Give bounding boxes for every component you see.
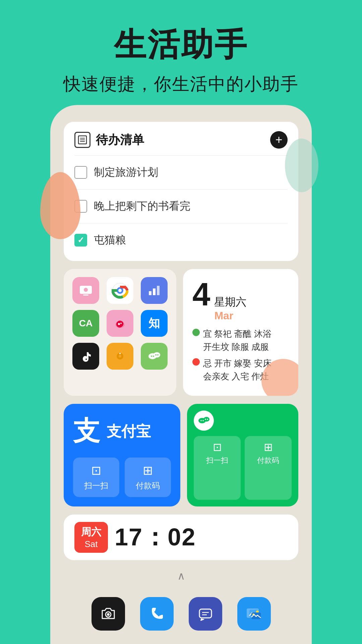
- app-icon-tv[interactable]: [72, 277, 99, 304]
- svg-point-32: [207, 419, 208, 420]
- svg-point-19: [119, 355, 121, 358]
- app-icon-chrome[interactable]: [107, 277, 133, 304]
- svg-rect-6: [83, 294, 88, 296]
- wechat-circle-icon: [194, 411, 214, 431]
- todo-header: 待办清单 +: [74, 131, 288, 149]
- todo-item-3: ✓ 屯猫粮: [74, 229, 288, 252]
- cal-good-label: 宜: [203, 329, 212, 339]
- wechat-scan-label: 扫一扫: [206, 455, 228, 466]
- clock-widget: 周六 Sat 17：02: [64, 515, 298, 560]
- alipay-top: 支 支付宝: [73, 413, 171, 449]
- svg-rect-35: [199, 609, 212, 618]
- alipay-scan-label: 扫一扫: [84, 480, 108, 491]
- alipay-widget: 支 支付宝 ⊡ 扫一扫 ⊞ 付款码: [64, 404, 180, 506]
- add-todo-button[interactable]: +: [270, 131, 288, 149]
- calendar-widget: 4 星期六 Mar 宜 祭祀 斋醮 沐浴 开生坟 除服 成服: [183, 269, 298, 396]
- svg-point-25: [155, 354, 157, 356]
- app-icon-tiktok[interactable]: [72, 343, 99, 370]
- payment-row: 支 支付宝 ⊡ 扫一扫 ⊞ 付款码: [64, 404, 298, 506]
- todo-item-1: 制定旅游计划: [74, 161, 288, 184]
- checkbox-1[interactable]: [74, 166, 87, 179]
- app-title: 生活助手: [0, 27, 362, 62]
- divider-1: [74, 155, 288, 156]
- app-subtitle: 快速便捷，你生活中的小助手: [0, 72, 362, 96]
- cal-good-items: 宜 祭祀 斋醮 沐浴 开生坟 除服 成服: [203, 327, 272, 354]
- todo-widget: 待办清单 + 制定旅游计划 晚上把剩下的书看完 ✓ 屯猫粮: [64, 122, 298, 261]
- svg-point-28: [203, 417, 209, 422]
- svg-point-23: [151, 356, 152, 357]
- clock-time: 17：02: [115, 521, 196, 553]
- dock-phone-icon[interactable]: [140, 597, 174, 631]
- svg-rect-12: [153, 288, 156, 295]
- app-icon-zhihu[interactable]: 知: [141, 310, 168, 337]
- svg-point-10: [118, 289, 122, 292]
- cal-weekday: 星期六: [214, 295, 246, 310]
- svg-rect-11: [149, 291, 152, 295]
- svg-point-15: [118, 323, 120, 325]
- chevron-up-icon: ∧: [177, 570, 185, 582]
- app-grid-widget: CA 知: [64, 269, 176, 396]
- app-icon-weibo[interactable]: [107, 310, 133, 337]
- todo-item-2: 晚上把剩下的书看完: [74, 195, 288, 218]
- divider-2: [74, 189, 288, 190]
- alipay-scan-button[interactable]: ⊡ 扫一扫: [73, 458, 119, 497]
- app-grid: CA 知: [72, 277, 168, 370]
- good-dot: [192, 329, 200, 336]
- alipay-pay-button[interactable]: ⊞ 付款码: [125, 458, 171, 497]
- svg-point-29: [200, 420, 202, 421]
- phone-mockup: 待办清单 + 制定旅游计划 晚上把剩下的书看完 ✓ 屯猫粮: [50, 105, 312, 644]
- svg-point-20: [119, 353, 121, 354]
- wechat-pay-top: [194, 411, 292, 431]
- cal-month: Mar: [214, 310, 246, 322]
- svg-rect-13: [157, 286, 160, 295]
- clock-day-abbr: Sat: [84, 539, 98, 549]
- svg-point-26: [157, 354, 159, 356]
- svg-point-30: [202, 420, 204, 421]
- app-icon-wechat[interactable]: [141, 343, 168, 370]
- wechat-pay-widget: ⊡ 扫一扫 ⊞ 付款码: [187, 404, 298, 506]
- app-icon-music[interactable]: [107, 343, 133, 370]
- todo-title-row: 待办清单: [74, 132, 144, 148]
- checkmark-icon: ✓: [77, 235, 84, 245]
- todo-text-2: 晚上把剩下的书看完: [94, 199, 190, 214]
- cal-good-row: 宜 祭祀 斋醮 沐浴 开生坟 除服 成服: [192, 327, 289, 354]
- header: 生活助手 快速便捷，你生活中的小助手: [0, 0, 362, 109]
- svg-point-22: [154, 352, 160, 358]
- wechat-pay-button[interactable]: ⊞ 付款码: [245, 436, 292, 500]
- clock-day-label: 周六 Sat: [74, 522, 108, 553]
- clock-weekday: 周六: [81, 525, 101, 539]
- wechat-scan-button[interactable]: ⊡ 扫一扫: [194, 436, 241, 500]
- todo-title: 待办清单: [96, 132, 144, 148]
- alipay-logo: 支: [73, 413, 100, 449]
- clock-row: 周六 Sat 17：02: [64, 515, 298, 560]
- scan-icon: ⊡: [91, 464, 101, 478]
- middle-row: CA 知: [64, 269, 298, 396]
- dock-camera-icon[interactable]: [92, 597, 125, 631]
- svg-point-31: [205, 419, 206, 420]
- svg-point-5: [84, 288, 88, 292]
- svg-point-24: [153, 356, 154, 357]
- wechat-pay-icon: ⊞: [264, 441, 273, 453]
- checkbox-3[interactable]: ✓: [74, 234, 87, 247]
- alipay-pay-label: 付款码: [136, 480, 160, 491]
- dock-message-icon[interactable]: [189, 597, 222, 631]
- dock-gallery-icon[interactable]: [237, 597, 271, 631]
- todo-text-3: 屯猫粮: [94, 233, 126, 248]
- chevron-row: ∧: [64, 567, 298, 589]
- svg-point-34: [107, 613, 110, 616]
- wechat-pay-actions: ⊡ 扫一扫 ⊞ 付款码: [194, 436, 292, 500]
- todo-list-icon: [74, 132, 90, 148]
- pay-icon: ⊞: [143, 464, 153, 478]
- decoration-blob-right: [285, 139, 318, 192]
- alipay-name: 支付宝: [107, 422, 151, 441]
- cal-bad-label: 忌: [203, 358, 212, 368]
- app-icon-ca[interactable]: CA: [72, 310, 99, 337]
- svg-point-16: [120, 323, 122, 324]
- app-icon-bar-chart[interactable]: [141, 277, 168, 304]
- wechat-scan-icon: ⊡: [213, 441, 222, 453]
- cal-date: 4: [192, 278, 210, 311]
- phone-screen: 待办清单 + 制定旅游计划 晚上把剩下的书看完 ✓ 屯猫粮: [50, 105, 312, 644]
- todo-text-1: 制定旅游计划: [94, 165, 158, 180]
- alipay-actions: ⊡ 扫一扫 ⊞ 付款码: [73, 458, 171, 497]
- bad-dot: [192, 358, 200, 366]
